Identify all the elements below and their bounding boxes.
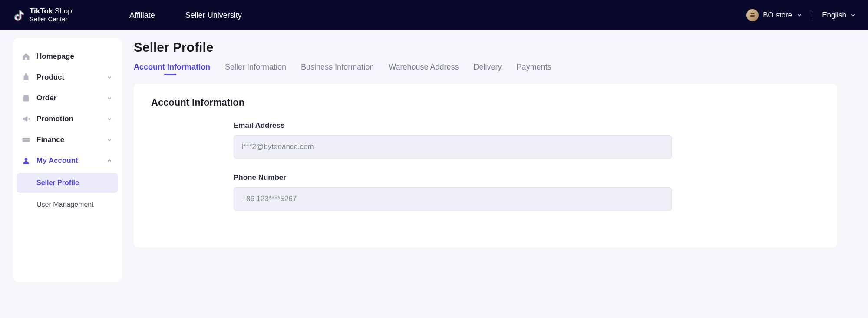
language-label: English <box>822 11 846 20</box>
store-selector[interactable]: BO store <box>746 9 802 21</box>
profile-tabs: Account Information Seller Information B… <box>134 63 856 74</box>
sidebar-item-homepage[interactable]: Homepage <box>17 46 118 67</box>
document-icon <box>22 94 30 103</box>
top-nav: Affiliate Seller University <box>129 11 242 20</box>
sidebar-subitem-user-management[interactable]: User Management <box>17 195 118 215</box>
email-field-group: Email Address <box>234 121 672 159</box>
main-content: Seller Profile Account Information Selle… <box>122 30 868 282</box>
phone-label: Phone Number <box>234 173 672 182</box>
divider <box>812 11 812 19</box>
language-selector[interactable]: English <box>822 11 856 20</box>
home-icon <box>22 52 30 61</box>
chevron-up-icon <box>106 157 113 164</box>
sidebar-item-label: My Account <box>36 156 78 165</box>
logo-line1b: Shop <box>55 7 72 15</box>
sidebar-sub-items: Seller Profile User Management <box>17 173 118 215</box>
chevron-down-icon <box>850 12 856 18</box>
tab-delivery[interactable]: Delivery <box>474 63 502 74</box>
chevron-down-icon <box>106 95 113 102</box>
sidebar-item-label: Product <box>36 73 64 82</box>
chevron-down-icon <box>106 116 113 123</box>
bag-icon <box>22 73 30 82</box>
chevron-down-icon <box>106 136 113 143</box>
account-information-card: Account Information Email Address Phone … <box>134 84 837 247</box>
logo-line1a: TikTok <box>30 7 53 15</box>
header-right: BO store English <box>746 9 856 21</box>
tiktok-icon <box>12 8 25 23</box>
page-title: Seller Profile <box>134 40 856 55</box>
logo-text: TikTok Shop Seller Center <box>30 7 72 23</box>
sidebar-item-my-account[interactable]: My Account <box>17 150 118 171</box>
logo-line2: Seller Center <box>30 16 72 23</box>
card-title: Account Information <box>151 97 820 108</box>
sidebar-item-label: Finance <box>36 136 64 144</box>
store-name: BO store <box>763 11 792 20</box>
store-avatar-icon <box>746 9 759 21</box>
card-icon <box>22 136 30 144</box>
sidebar-subitem-seller-profile[interactable]: Seller Profile <box>17 173 118 193</box>
tab-business-information[interactable]: Business Information <box>301 63 374 74</box>
chevron-down-icon <box>796 12 802 18</box>
sidebar-item-finance[interactable]: Finance <box>17 129 118 150</box>
email-label: Email Address <box>234 121 672 130</box>
tab-warehouse-address[interactable]: Warehouse Address <box>389 63 459 74</box>
tab-payments[interactable]: Payments <box>517 63 551 74</box>
logo[interactable]: TikTok Shop Seller Center <box>12 7 116 23</box>
megaphone-icon <box>22 115 30 123</box>
nav-affiliate[interactable]: Affiliate <box>129 11 155 20</box>
chevron-down-icon <box>106 74 113 81</box>
sidebar-item-order[interactable]: Order <box>17 88 118 109</box>
form-area: Email Address Phone Number <box>151 121 672 211</box>
app-header: TikTok Shop Seller Center Affiliate Sell… <box>0 0 868 30</box>
sidebar-item-promotion[interactable]: Promotion <box>17 109 118 129</box>
tab-seller-information[interactable]: Seller Information <box>225 63 286 74</box>
phone-field-group: Phone Number <box>234 173 672 211</box>
sidebar-item-label: Order <box>36 94 56 103</box>
sidebar: Homepage Product Order Promotion Finance… <box>13 38 122 282</box>
sidebar-item-product[interactable]: Product <box>17 67 118 88</box>
email-field[interactable] <box>234 135 672 159</box>
app-shell: Homepage Product Order Promotion Finance… <box>0 30 868 282</box>
nav-seller-university[interactable]: Seller University <box>185 11 242 20</box>
person-icon <box>22 156 30 165</box>
sidebar-item-label: Homepage <box>36 52 74 61</box>
phone-field[interactable] <box>234 187 672 211</box>
tab-account-information[interactable]: Account Information <box>134 63 210 74</box>
sidebar-item-label: Promotion <box>36 115 73 123</box>
